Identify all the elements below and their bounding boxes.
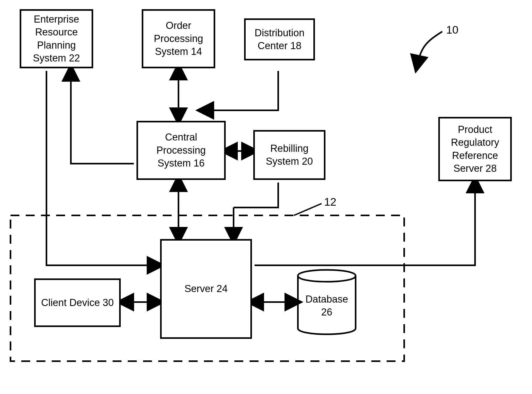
conn-central-erp [71,72,134,164]
group-ref-label: 12 [324,196,336,208]
box-database-label: Database 26 [305,294,348,318]
box-server-label: Server 24 [185,282,228,295]
box-erp: Enterprise Resource Planning System 22 [20,9,93,68]
box-product-label: Product Regulatory Reference Server 28 [443,123,508,175]
box-rebill: Rebilling System 20 [253,130,325,180]
box-dist-label: Distribution Center 18 [248,27,311,53]
group-ref-leader [294,204,322,215]
box-client-label: Client Device 30 [41,296,114,309]
box-rebill-label: Rebilling System 20 [257,142,321,168]
box-central: Central Processing System 16 [136,121,226,180]
figure-ref-arrow [417,32,442,64]
box-product: Product Regulatory Reference Server 28 [438,117,512,181]
conn-dist-central-path [207,71,278,110]
diagram-canvas: Enterprise Resource Planning System 22 O… [0,0,532,394]
box-dist: Distribution Center 18 [244,18,315,60]
box-central-label: Central Processing System 16 [141,131,222,170]
box-order: Order Processing System 14 [142,9,215,68]
figure-ref-label: 10 [446,24,459,36]
box-client: Client Device 30 [34,278,121,327]
box-order-label: Order Processing System 14 [146,19,211,58]
conn-rebill-server-path [234,183,278,208]
conn-server-product [255,184,475,265]
box-server: Server 24 [160,239,252,339]
box-database: Database 26 [299,293,354,319]
box-erp-label: Enterprise Resource Planning System 22 [24,13,89,65]
